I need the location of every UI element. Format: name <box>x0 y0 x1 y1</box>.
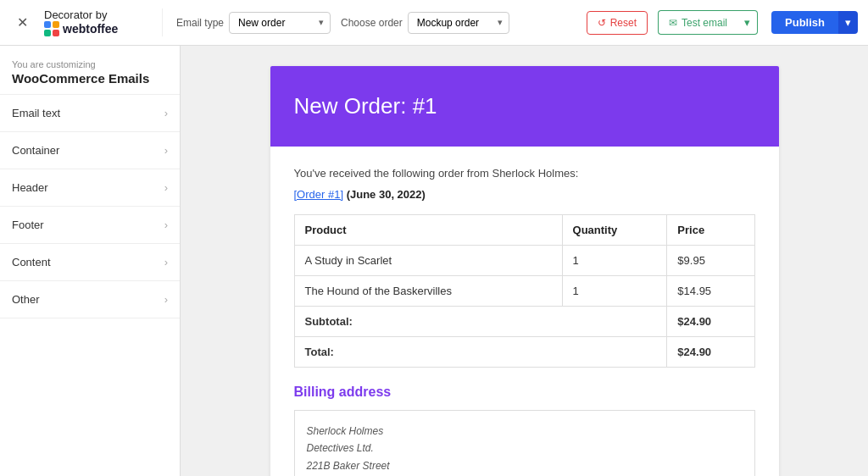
email-header-title: New Order: #1 <box>294 93 755 119</box>
email-intro: You've received the following order from… <box>294 167 755 180</box>
test-email-button[interactable]: ✉ Test email <box>658 10 737 35</box>
chevron-right-icon: › <box>164 219 168 231</box>
choose-order-field: Choose order Mockup order <box>341 12 509 34</box>
product-name-2: The Hound of the Baskervilles <box>294 276 562 307</box>
sidebar-item-other[interactable]: Other › <box>0 281 180 318</box>
sidebar-item-label: Footer <box>12 219 44 231</box>
publish-button[interactable]: Publish <box>771 11 838 34</box>
order-table: Product Quantity Price A Study in Scarle… <box>294 214 755 368</box>
choose-order-select-wrapper: Mockup order <box>408 12 509 34</box>
sidebar-item-content[interactable]: Content › <box>0 244 180 281</box>
product-price-1: $9.95 <box>667 246 754 276</box>
choose-order-label: Choose order <box>341 17 403 29</box>
col-product: Product <box>294 215 562 246</box>
email-header-bar: New Order: #1 <box>270 66 779 147</box>
main-layout: You are customizing WooCommerce Emails E… <box>0 46 868 476</box>
sidebar-header-sub: You are customizing <box>12 59 168 69</box>
logo-squares <box>44 21 59 36</box>
billing-section: Billing address Sherlock Holmes Detectiv… <box>294 385 755 476</box>
sidebar-header-title: WooCommerce Emails <box>12 71 168 86</box>
order-date: (June 30, 2022) <box>347 188 426 201</box>
sidebar-nav: Email text › Container › Header › Footer… <box>0 95 180 318</box>
brand-logo: webtoffee <box>44 21 118 36</box>
billing-line-3: 221B Baker Street <box>307 457 743 474</box>
sidebar-item-label: Other <box>12 293 40 306</box>
billing-line-1: Sherlock Holmes <box>307 423 743 440</box>
chevron-right-icon: › <box>164 107 168 119</box>
table-subtotal-row: Subtotal: $24.90 <box>294 307 754 337</box>
toolbar: ✕ Decorator by webtoffee Email type New … <box>0 0 868 46</box>
publish-group: Publish ▾ <box>771 11 858 34</box>
sidebar-item-footer[interactable]: Footer › <box>0 207 180 244</box>
brand-name: webtoffee <box>63 22 118 36</box>
sidebar-item-container[interactable]: Container › <box>0 132 180 169</box>
sidebar: You are customizing WooCommerce Emails E… <box>0 46 181 476</box>
subtotal-label: Subtotal: <box>294 307 667 337</box>
order-link[interactable]: [Order #1] <box>294 188 344 201</box>
col-quantity: Quantity <box>562 215 667 246</box>
brand-section: Decorator by webtoffee <box>44 8 163 36</box>
brand-title: Decorator by <box>44 8 107 21</box>
sidebar-item-label: Content <box>12 256 51 268</box>
sidebar-item-header[interactable]: Header › <box>0 169 180 207</box>
test-email-group: ✉ Test email ▾ <box>658 10 758 35</box>
test-email-label: Test email <box>682 17 727 29</box>
reset-button[interactable]: ↺ Reset <box>587 11 648 35</box>
sidebar-item-label: Container <box>12 144 59 157</box>
reset-label: Reset <box>610 17 637 29</box>
chevron-right-icon: › <box>164 293 168 306</box>
sidebar-item-email-text[interactable]: Email text › <box>0 95 180 132</box>
email-type-select-wrapper: New order <box>229 12 331 34</box>
table-header-row: Product Quantity Price <box>294 215 754 246</box>
chevron-right-icon: › <box>164 144 168 157</box>
billing-address-box: Sherlock Holmes Detectives Ltd. 221B Bak… <box>294 410 755 476</box>
email-type-label: Email type <box>176 17 224 29</box>
publish-dropdown-button[interactable]: ▾ <box>838 11 858 34</box>
logo-square-red <box>53 30 59 36</box>
product-qty-1: 1 <box>562 246 667 276</box>
email-type-select[interactable]: New order <box>229 12 331 34</box>
reset-icon: ↺ <box>598 17 606 29</box>
sidebar-item-label: Header <box>12 181 48 194</box>
envelope-icon: ✉ <box>669 17 677 29</box>
email-order-link: [Order #1] (June 30, 2022) <box>294 188 755 201</box>
logo-square-yellow <box>53 21 59 28</box>
chevron-down-icon-publish: ▾ <box>845 16 851 29</box>
product-name-1: A Study in Scarlet <box>294 246 562 276</box>
table-total-row: Total: $24.90 <box>294 337 754 368</box>
product-qty-2: 1 <box>562 276 667 307</box>
billing-line-2: Detectives Ltd. <box>307 440 743 457</box>
chevron-right-icon: › <box>164 181 168 194</box>
logo-square-blue <box>44 21 51 28</box>
content-area: New Order: #1 You've received the follow… <box>181 46 868 476</box>
billing-title: Billing address <box>294 385 755 400</box>
email-type-field: Email type New order <box>176 12 331 34</box>
close-button[interactable]: ✕ <box>10 11 34 35</box>
email-preview: New Order: #1 You've received the follow… <box>270 66 779 476</box>
total-label: Total: <box>294 337 667 368</box>
test-email-dropdown-button[interactable]: ▾ <box>737 10 758 35</box>
table-row: The Hound of the Baskervilles 1 $14.95 <box>294 276 754 307</box>
logo-square-green <box>44 30 51 36</box>
col-price: Price <box>667 215 754 246</box>
choose-order-select[interactable]: Mockup order <box>408 12 509 34</box>
total-value: $24.90 <box>667 337 754 368</box>
sidebar-header: You are customizing WooCommerce Emails <box>0 46 180 95</box>
subtotal-value: $24.90 <box>667 307 754 337</box>
product-price-2: $14.95 <box>667 276 754 307</box>
chevron-right-icon: › <box>164 256 168 268</box>
table-row: A Study in Scarlet 1 $9.95 <box>294 246 754 276</box>
email-body: You've received the following order from… <box>270 147 779 476</box>
sidebar-item-label: Email text <box>12 107 60 119</box>
chevron-down-icon: ▾ <box>744 16 750 29</box>
